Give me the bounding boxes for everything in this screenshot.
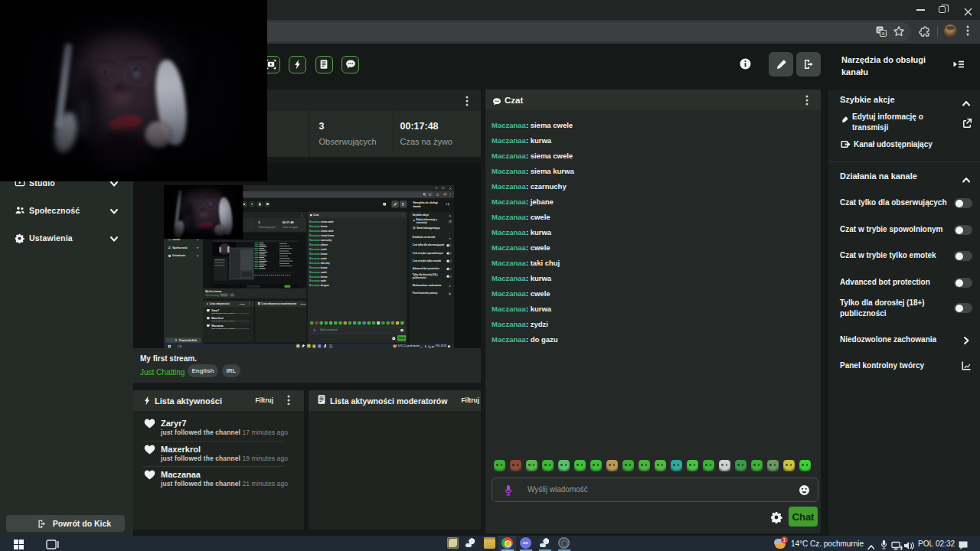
svg-text:a: a bbox=[882, 31, 885, 36]
